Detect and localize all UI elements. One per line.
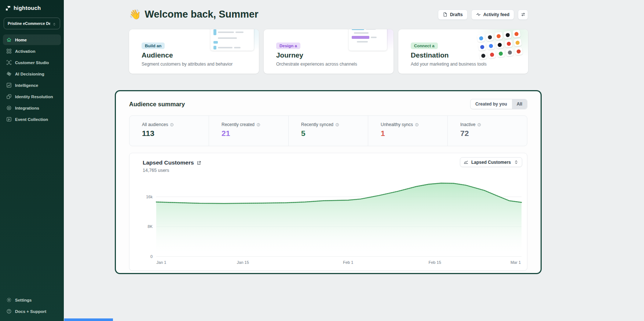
header-actions: Drafts Activity feed: [438, 10, 528, 20]
connect-a-badge: Connect a: [411, 43, 438, 49]
ai-decisioning-icon: [6, 71, 12, 77]
page-header: 👋 Welcome back, Summer Drafts Activity f…: [129, 9, 528, 20]
gear-icon: [6, 297, 12, 303]
sidebar-item-docs-support[interactable]: Docs + Support: [3, 306, 61, 317]
line-chart-icon: [464, 160, 468, 165]
sidebar-item-integrations[interactable]: Integrations: [3, 103, 61, 113]
sidebar-item-customer-studio[interactable]: Customer Studio: [3, 57, 61, 68]
activity-feed-button[interactable]: Activity feed: [471, 10, 514, 20]
wave-emoji: 👋: [129, 9, 141, 20]
stat-label-text: Unhealthy syncs: [381, 122, 413, 127]
journey-card-description: Orchestrate experiences across channels: [276, 62, 357, 67]
chevron-updown-icon: [52, 21, 56, 26]
info-icon[interactable]: [256, 123, 260, 127]
app-icon-tile: [486, 33, 494, 41]
audience-stats-bar: All audiences 113 Recently created 21 Re…: [129, 115, 527, 146]
app-icon-tile: [512, 30, 520, 38]
integrations-icon: [6, 105, 12, 111]
sidebar-item-label: Event Collection: [15, 117, 48, 122]
stat-value: 72: [460, 129, 527, 138]
help-icon: [6, 309, 12, 314]
svg-text:16k: 16k: [146, 195, 153, 199]
main-content: 👋 Welcome back, Summer Drafts Activity f…: [64, 0, 644, 321]
event-collection-icon: [6, 117, 12, 122]
drafts-button[interactable]: Drafts: [438, 10, 468, 20]
promo-cards: Build an Audience Segment customers by a…: [129, 29, 528, 74]
stat-inactive: Inactive 72: [447, 116, 527, 146]
sidebar-item-label: Activation: [15, 49, 36, 54]
chart-metric-select[interactable]: Lapsed Customers: [460, 157, 522, 167]
app-icon-tile: [497, 49, 505, 58]
stat-recently-created: Recently created 21: [209, 116, 288, 146]
destination-card-title: Destination: [411, 51, 449, 59]
audience-summary-title: Audience summary: [129, 101, 185, 108]
sidebar-item-label: Home: [15, 38, 27, 42]
sidebar-item-identity-resolution[interactable]: Identity Resolution: [3, 91, 61, 102]
swap-arrows-icon: [521, 12, 526, 17]
info-icon[interactable]: [415, 123, 419, 127]
activity-pulse-icon: [476, 12, 481, 17]
activity-feed-button-label: Activity feed: [483, 12, 509, 17]
hightouch-logo[interactable]: hightouch: [0, 0, 64, 15]
audience-summary-header: Audience summary Created by you All: [116, 91, 541, 109]
sidebar-item-label: AI Decisioning: [15, 72, 44, 76]
stat-recently-synced: Recently synced 5: [288, 116, 368, 146]
chevron-updown-icon: [514, 160, 519, 165]
app-icon-tile: [504, 31, 512, 39]
app-icon-tile: [495, 32, 503, 40]
customer-studio-icon: [6, 60, 12, 65]
app-icon-tile: [513, 38, 522, 47]
hightouch-logo-icon: [5, 5, 11, 11]
sidebar-item-label: Customer Studio: [15, 60, 49, 65]
svg-text:8K: 8K: [148, 224, 153, 229]
svg-text:Feb 1: Feb 1: [343, 260, 353, 264]
drafts-button-label: Drafts: [450, 12, 463, 17]
info-icon[interactable]: [170, 123, 174, 127]
destination-app-icons: [477, 30, 523, 60]
design-journey-card[interactable]: Design a Journey Orchestrate experiences…: [264, 29, 394, 74]
stat-label-text: All audiences: [142, 122, 168, 127]
audience-card-description: Segment customers by attributes and beha…: [142, 62, 233, 67]
sidebar-item-home[interactable]: Home: [3, 34, 61, 45]
sidebar-item-intelligence[interactable]: Intelligence: [3, 80, 61, 91]
app-icon-tile: [515, 47, 523, 55]
stat-value: 113: [142, 129, 209, 138]
sidebar-item-ai-decisioning[interactable]: AI Decisioning: [3, 69, 61, 79]
filter-created-by-you[interactable]: Created by you: [471, 99, 512, 109]
workspace-name: Pristine eCommerce De...: [8, 21, 50, 26]
svg-text:Jan 1: Jan 1: [157, 260, 167, 264]
sidebar-item-label: Docs + Support: [15, 309, 46, 314]
info-icon[interactable]: [335, 123, 339, 127]
intelligence-icon: [6, 82, 12, 88]
switch-workspace-button[interactable]: [518, 10, 528, 20]
workspace-selector[interactable]: Pristine eCommerce De...: [4, 18, 60, 29]
journey-card-title: Journey: [276, 51, 303, 59]
sidebar-item-settings[interactable]: Settings: [3, 295, 61, 305]
svg-text:Feb 15: Feb 15: [429, 260, 441, 264]
stat-label-text: Recently synced: [301, 122, 333, 127]
app-icon-tile: [488, 51, 496, 59]
stat-label-text: Recently created: [222, 122, 255, 127]
connect-destination-card[interactable]: Connect a Destination Add your marketing…: [398, 29, 528, 74]
chart-title: Lapsed Customers: [143, 159, 194, 166]
audience-card-title: Audience: [142, 51, 173, 59]
sidebar-item-event-collection[interactable]: Event Collection: [3, 114, 61, 125]
app-icon-tile: [505, 40, 513, 48]
filter-all[interactable]: All: [512, 99, 527, 109]
bottom-progress-bar: [64, 318, 113, 321]
info-icon[interactable]: [477, 123, 481, 127]
journey-illustration: [335, 29, 394, 58]
sidebar-nav: Home Activation Customer Studio AI Decis…: [0, 34, 64, 125]
chart-metric-select-value: Lapsed Customers: [471, 160, 511, 165]
sidebar-item-activation[interactable]: Activation: [3, 46, 61, 56]
audience-filter-toggle: Created by you All: [470, 99, 527, 109]
sidebar-item-label: Intelligence: [15, 83, 38, 88]
external-link-icon[interactable]: [197, 160, 201, 165]
page-title-text: Welcome back, Summer: [144, 9, 258, 20]
chart-header: Lapsed Customers 14,765 users: [143, 159, 201, 173]
document-icon: [443, 12, 447, 17]
design-a-badge: Design a: [276, 43, 300, 49]
build-audience-card[interactable]: Build an Audience Segment customers by a…: [129, 29, 259, 74]
app-icon-tile: [487, 42, 495, 50]
stat-all-audiences: All audiences 113: [129, 116, 209, 146]
